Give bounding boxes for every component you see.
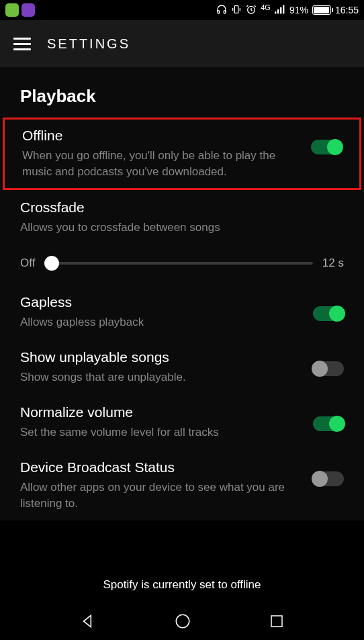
svg-rect-5 bbox=[277, 9, 279, 13]
setting-offline-desc: When you go offline, you'll only be able… bbox=[22, 148, 298, 180]
setting-offline[interactable]: Offline When you go offline, you'll only… bbox=[3, 118, 361, 190]
crossfade-slider[interactable] bbox=[44, 262, 312, 265]
recent-icon[interactable] bbox=[269, 613, 285, 632]
setting-broadcast[interactable]: Device Broadcast Status Allow other apps… bbox=[0, 450, 364, 521]
status-bar: 4G 91% 16:55 bbox=[0, 0, 364, 20]
crossfade-slider-thumb[interactable] bbox=[44, 256, 59, 271]
menu-icon[interactable] bbox=[13, 38, 31, 50]
setting-gapless-desc: Allows gapless playback bbox=[20, 314, 300, 330]
status-left bbox=[5, 3, 35, 17]
page-title: SETTINGS bbox=[47, 36, 130, 52]
setting-normalize-desc: Set the same volume level for all tracks bbox=[20, 424, 300, 441]
setting-normalize[interactable]: Normalize volume Set the same volume lev… bbox=[0, 395, 364, 450]
android-nav-bar bbox=[0, 605, 364, 640]
toggle-normalize[interactable] bbox=[313, 416, 344, 431]
setting-unplayable[interactable]: Show unplayable songs Show songs that ar… bbox=[0, 340, 364, 395]
setting-unplayable-label: Show unplayable songs bbox=[20, 349, 300, 365]
app-header: SETTINGS bbox=[0, 20, 364, 67]
setting-broadcast-label: Device Broadcast Status bbox=[20, 459, 300, 475]
toggle-offline[interactable] bbox=[311, 140, 342, 154]
alarm-icon bbox=[246, 4, 257, 17]
crossfade-max-label: 12 s bbox=[322, 257, 344, 270]
setting-normalize-label: Normalize volume bbox=[20, 404, 300, 420]
notification-app-icon bbox=[5, 3, 19, 17]
setting-broadcast-desc: Allow other apps on your device to see w… bbox=[20, 479, 300, 512]
back-icon[interactable] bbox=[79, 612, 97, 633]
setting-unplayable-desc: Show songs that are unplayable. bbox=[20, 369, 300, 385]
section-title-playback: Playback bbox=[0, 86, 364, 118]
crossfade-min-label: Off bbox=[20, 257, 35, 270]
battery-percent: 91% bbox=[289, 5, 308, 15]
setting-gapless-label: Gapless bbox=[20, 294, 300, 310]
content: Playback Offline When you go offline, yo… bbox=[0, 67, 364, 520]
setting-crossfade: Crossfade Allows you to crossfade betwee… bbox=[0, 190, 364, 245]
svg-rect-0 bbox=[235, 5, 238, 13]
home-icon[interactable] bbox=[174, 612, 191, 633]
setting-crossfade-desc: Allows you to crossfade between songs bbox=[20, 220, 344, 236]
crossfade-slider-row: Off 12 s bbox=[0, 244, 364, 285]
status-right: 4G 91% 16:55 bbox=[216, 4, 359, 17]
setting-offline-label: Offline bbox=[22, 128, 298, 144]
notification-app-icon bbox=[21, 3, 35, 17]
toast-message: Spotify is currently set to offline bbox=[0, 572, 364, 598]
headphones-icon bbox=[216, 4, 227, 17]
toggle-unplayable[interactable] bbox=[313, 361, 344, 376]
network-label: 4G bbox=[261, 3, 271, 11]
svg-rect-7 bbox=[283, 5, 284, 13]
vibrate-icon bbox=[231, 4, 242, 17]
svg-point-8 bbox=[176, 614, 189, 628]
signal-icon bbox=[275, 4, 285, 17]
toggle-broadcast[interactable] bbox=[313, 471, 344, 486]
svg-rect-9 bbox=[271, 616, 282, 627]
svg-rect-4 bbox=[275, 11, 276, 13]
clock: 16:55 bbox=[335, 5, 359, 15]
battery-icon bbox=[312, 5, 331, 15]
svg-rect-6 bbox=[280, 7, 281, 13]
setting-gapless[interactable]: Gapless Allows gapless playback bbox=[0, 285, 364, 340]
toggle-gapless[interactable] bbox=[313, 306, 344, 321]
setting-crossfade-label: Crossfade bbox=[20, 199, 344, 216]
